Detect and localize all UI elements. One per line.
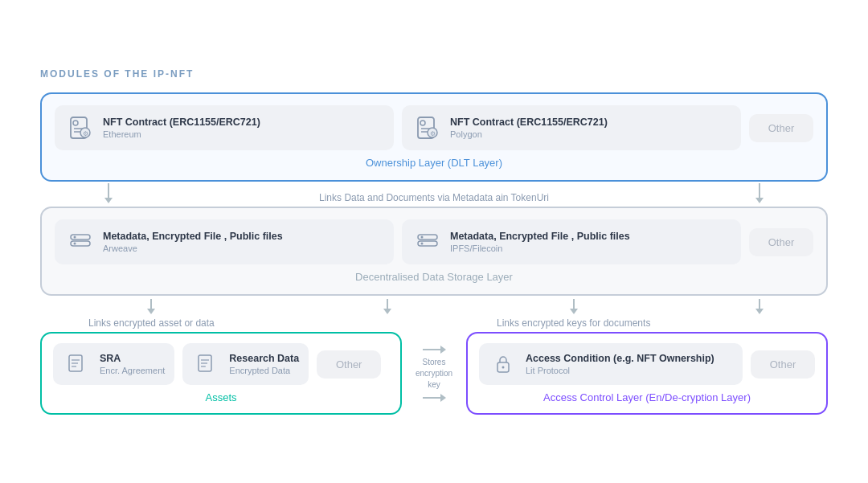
ownership-other-box: Other — [749, 114, 813, 142]
link-text-2a: Links encrypted asset or data — [88, 317, 215, 329]
access-other-box: Other — [751, 350, 815, 379]
storage-layer-box: Metadata, Encrypted File , Public files … — [40, 207, 828, 296]
storage-card-ipfs-subtitle: IPFS/Filecoin — [450, 244, 630, 253]
storage-card-arweave-text: Metadata, Encrypted File , Public files … — [103, 231, 283, 253]
access-layer-box: Access Condition (e.g. NFT Ownership) Li… — [466, 332, 828, 415]
ownership-layer-box: ⚙ NFT Contract (ERC1155/ERC721) Ethereum — [40, 92, 828, 182]
arrow-down-3 — [147, 299, 155, 314]
storage-card-arweave-title: Metadata, Encrypted File , Public files — [103, 231, 283, 242]
storage-card-ipfs-title: Metadata, Encrypted File , Public files — [450, 231, 630, 242]
svg-point-15 — [74, 243, 76, 245]
svg-point-18 — [421, 236, 424, 239]
research-data-icon — [192, 350, 221, 379]
storage-icon-2 — [413, 227, 442, 256]
sra-card-title: SRA — [100, 353, 165, 364]
access-condition-card-text: Access Condition (e.g. NFT Ownership) Li… — [526, 353, 714, 375]
link-text-1: Links Data and Documents via Metadata ai… — [319, 192, 549, 203]
nft-card-polygon-subtitle: Polygon — [450, 129, 608, 139]
svg-point-7 — [420, 121, 425, 125]
access-condition-card-title: Access Condition (e.g. NFT Ownership) — [526, 353, 714, 364]
storage-other-box: Other — [749, 228, 813, 256]
svg-point-29 — [502, 366, 505, 369]
arrow-down-1 — [104, 183, 113, 203]
research-data-card-title: Research Data — [229, 353, 299, 364]
lock-icon — [489, 350, 518, 379]
nft-card-polygon-text: NFT Contract (ERC1155/ERC721) Polygon — [450, 117, 608, 139]
nft-card-polygon-title: NFT Contract (ERC1155/ERC721) — [450, 117, 608, 128]
svg-text:⚙: ⚙ — [430, 130, 436, 137]
storage-layer-label: Decentralised Data Storage Layer — [55, 271, 813, 283]
access-cards-row: Access Condition (e.g. NFT Ownership) Li… — [479, 343, 815, 385]
svg-point-14 — [74, 236, 76, 239]
nft-card-polygon: ⚙ NFT Contract (ERC1155/ERC721) Polygon — [402, 105, 741, 150]
storage-card-arweave-subtitle: Arweave — [103, 244, 283, 253]
nft-card-ethereum-text: NFT Contract (ERC1155/ERC721) Ethereum — [103, 117, 260, 139]
storage-icon-1 — [66, 227, 95, 256]
page-title: MODULES OF THE IP-NFT — [40, 68, 828, 80]
arrow-down-6 — [755, 299, 764, 314]
assets-layer-label: Assets — [53, 391, 389, 403]
research-data-card-subtitle: Encrypted Data — [229, 366, 299, 375]
svg-text:⚙: ⚙ — [83, 130, 88, 137]
ownership-cards-row: ⚙ NFT Contract (ERC1155/ERC721) Ethereum — [55, 105, 813, 150]
access-condition-card-subtitle: Lit Protocol — [526, 366, 714, 375]
access-condition-card: Access Condition (e.g. NFT Ownership) Li… — [479, 343, 743, 385]
storage-card-ipfs-text: Metadata, Encrypted File , Public files … — [450, 231, 630, 253]
arrow-down-5 — [570, 299, 578, 314]
access-layer-label: Access Control Layer (En/De-cryption Lay… — [479, 391, 815, 403]
ownership-layer-label: Ownership Layer (DLT Layer) — [55, 157, 813, 169]
stores-key-connector: Stores encryption key — [402, 332, 466, 415]
arrow-down-2 — [755, 183, 764, 203]
sra-card: SRA Encr. Agreement — [53, 343, 174, 385]
nft-contract-icon-2: ⚙ — [413, 113, 442, 142]
assets-cards-row: SRA Encr. Agreement — [53, 343, 389, 385]
research-data-card: Research Data Encrypted Data — [182, 343, 309, 385]
stores-key-label: Stores encryption key — [416, 357, 452, 391]
research-data-card-text: Research Data Encrypted Data — [229, 353, 299, 375]
assets-layer-box: SRA Encr. Agreement — [40, 332, 402, 415]
diagram-container: MODULES OF THE IP-NFT ⚙ NFT Contract ( — [16, 52, 852, 431]
svg-point-1 — [73, 121, 78, 125]
nft-card-ethereum-title: NFT Contract (ERC1155/ERC721) — [103, 117, 260, 128]
storage-card-arweave: Metadata, Encrypted File , Public files … — [55, 219, 394, 264]
svg-point-19 — [421, 243, 424, 245]
storage-card-ipfs: Metadata, Encrypted File , Public files … — [402, 219, 741, 264]
sra-icon — [63, 350, 92, 379]
nft-card-ethereum: ⚙ NFT Contract (ERC1155/ERC721) Ethereum — [55, 105, 394, 150]
storage-cards-row: Metadata, Encrypted File , Public files … — [55, 219, 813, 264]
sra-card-text: SRA Encr. Agreement — [100, 353, 165, 375]
link-text-2b: Links encrypted keys for documents — [497, 317, 650, 329]
nft-contract-icon-1: ⚙ — [66, 113, 95, 142]
sra-card-subtitle: Encr. Agreement — [100, 366, 165, 375]
arrow-down-4 — [383, 299, 391, 314]
nft-card-ethereum-subtitle: Ethereum — [103, 129, 260, 139]
assets-other-box: Other — [317, 350, 381, 379]
